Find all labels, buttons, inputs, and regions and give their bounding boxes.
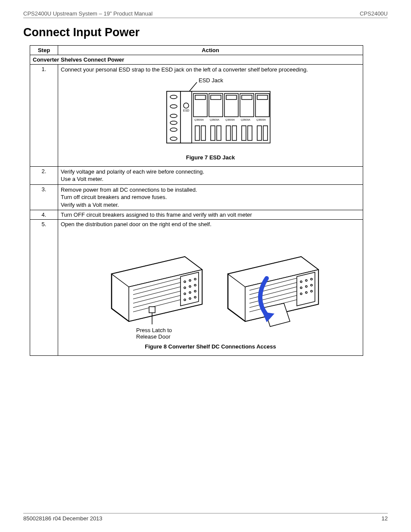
shelf-open-icon xyxy=(228,257,318,327)
table-header-row: Step Action xyxy=(30,46,363,55)
action-text: Remove power from all DC connections to … xyxy=(61,186,360,194)
action-cell: Open the distribution panel door on the … xyxy=(58,220,363,356)
slot-icon xyxy=(170,105,177,108)
table-row: 4. Turn OFF circuit breakers assigned to… xyxy=(30,210,363,220)
esd-jack-label: ESD Jack xyxy=(199,77,224,84)
figure-8-illustration xyxy=(81,235,340,334)
action-cell: Remove power from all DC connections to … xyxy=(58,184,363,210)
figure-8-wrap: Press Latch to Release Door xyxy=(61,235,360,340)
page-header: CPS2400U Upstream System – 19" Product M… xyxy=(23,10,388,18)
esd-text: ESD xyxy=(183,109,189,112)
slot-icon xyxy=(170,137,177,140)
col-header-step: Step xyxy=(30,46,58,55)
module-label: Q3500A xyxy=(241,118,250,121)
action-text: Use a Volt meter. xyxy=(61,175,360,183)
header-right: CPS2400U xyxy=(360,10,388,17)
action-cell: Connect your personal ESD strap to the E… xyxy=(58,65,363,167)
action-text: Open the distribution panel door on the … xyxy=(61,221,360,227)
table-row: 2. Verify voltage and polarity of each w… xyxy=(30,166,363,184)
figure-7-caption: Figure 7 ESD Jack xyxy=(61,154,360,161)
module-icon xyxy=(209,93,223,117)
step-number: 1. xyxy=(30,65,58,167)
shelf-closed-icon xyxy=(112,257,202,324)
open-panel xyxy=(297,272,315,306)
module-label: Q3500A xyxy=(225,118,235,121)
action-cell: Verify voltage and polarity of each wire… xyxy=(58,166,363,184)
module-icon xyxy=(255,93,269,117)
table-row: 5. Open the distribution panel door on t… xyxy=(30,220,363,356)
page-footer: 850028186 r04 December 2013 12 xyxy=(23,513,388,522)
step-number: 3. xyxy=(30,184,58,210)
module-label: Q3500A xyxy=(210,118,219,121)
action-text: Connect your personal ESD strap to the E… xyxy=(61,66,360,74)
action-text: Verify voltage and polarity of each wire… xyxy=(61,168,360,176)
section-title: Connect Input Power xyxy=(23,26,388,39)
subheader-text: Converter Shelves Connect Power xyxy=(30,55,363,65)
module-icon xyxy=(193,93,207,117)
slot-icon xyxy=(170,95,177,99)
figure-7-illustration: ESD xyxy=(146,76,275,149)
table-row: 3. Remove power from all DC connections … xyxy=(30,184,363,210)
footer-left: 850028186 r04 December 2013 xyxy=(23,515,103,522)
header-left: CPS2400U Upstream System – 19" Product M… xyxy=(23,10,153,17)
module-icon xyxy=(240,93,254,117)
figure-8-caption: Figure 8 Converter Shelf DC Connections … xyxy=(61,343,360,350)
slot-icon xyxy=(170,128,177,131)
action-cell: Turn OFF circuit breakers assigned to th… xyxy=(58,210,363,220)
action-text: Verify with a Volt meter. xyxy=(61,201,360,209)
module-label: Q3500A xyxy=(256,118,266,121)
figure-7-wrap: ESD xyxy=(61,76,360,151)
footer-page-number: 12 xyxy=(382,515,388,522)
steps-table: Step Action Converter Shelves Connect Po… xyxy=(30,45,363,356)
table-row: 1. Connect your personal ESD strap to th… xyxy=(30,65,363,167)
slot-icon xyxy=(170,121,177,124)
latch-icon xyxy=(149,307,155,313)
press-latch-label: Press Latch to Release Door xyxy=(136,327,172,340)
step-number: 5. xyxy=(30,220,58,356)
module-icon xyxy=(224,93,238,117)
module-label: Q3500A xyxy=(194,118,204,121)
distribution-door xyxy=(181,272,199,306)
table-subheader-row: Converter Shelves Connect Power xyxy=(30,55,363,65)
action-text: Turn OFF circuit breakers assigned to th… xyxy=(61,212,252,218)
col-header-action: Action xyxy=(58,46,363,55)
step-number: 4. xyxy=(30,210,58,220)
step-number: 2. xyxy=(30,166,58,184)
controller-panel xyxy=(181,91,192,143)
slot-icon xyxy=(170,114,177,118)
action-text: Turn off circuit breakers and remove fus… xyxy=(61,193,360,201)
